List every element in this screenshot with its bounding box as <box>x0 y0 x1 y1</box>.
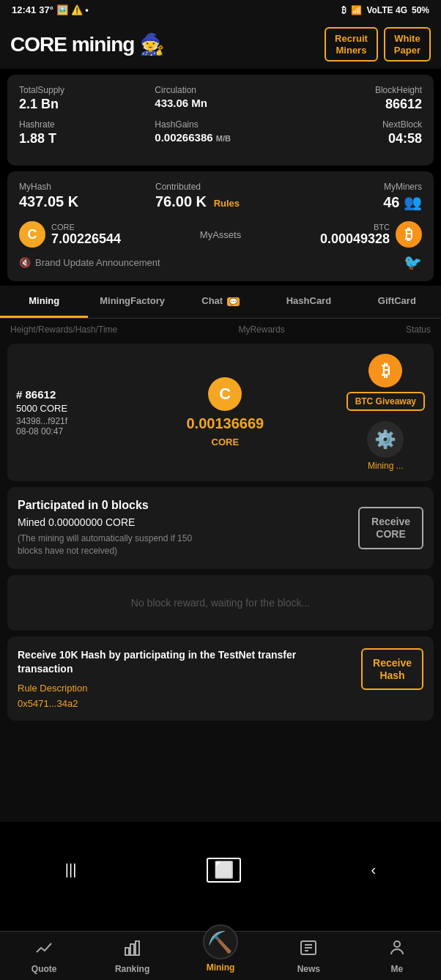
block-rewards: 5000 CORE <box>16 403 104 414</box>
logo-mining: mining <box>67 33 135 56</box>
column-headers: Height/Rewards/Hash/Time MyRewards Statu… <box>0 319 441 341</box>
hash-gains-value: 0.00266386 M/B <box>155 131 286 144</box>
nav-ranking[interactable]: Ranking <box>111 939 155 974</box>
core-asset-value: 7.00226544 <box>51 231 121 247</box>
tab-mining[interactable]: Mining <box>0 286 88 318</box>
block-height-label: BlockHeight <box>291 85 422 95</box>
btc-coin-icon: ₿ <box>396 221 422 248</box>
announcement-bar: 🔇 Brand Update Announcement 🐦 <box>19 248 422 271</box>
quote-icon <box>35 939 53 961</box>
col-header-center: MyRewards <box>238 324 284 335</box>
android-nav: ||| ⬜ ‹ <box>0 854 441 886</box>
mining-rewards-column: C 0.00136669 CORE <box>111 377 339 448</box>
chat-badge: 💬 <box>227 297 240 306</box>
svg-rect-2 <box>136 941 139 955</box>
next-block-value: 04:58 <box>291 131 422 146</box>
next-block-label: NextBlock <box>291 119 422 130</box>
svg-point-7 <box>394 941 400 947</box>
core-reward-icon: C <box>208 377 242 411</box>
testnet-address: 0x5471...34a2 <box>18 698 354 709</box>
quote-label: Quote <box>32 964 57 974</box>
twitter-icon[interactable]: 🐦 <box>404 253 422 271</box>
status-time: 12:41 <box>12 4 36 15</box>
participated-note: (The mining will automatically suspend i… <box>18 532 193 557</box>
speaker-icon: 🔇 <box>19 257 31 268</box>
testnet-info: Receive 10K Hash by participating in the… <box>18 648 354 709</box>
btc-asset-value: 0.00049328 <box>320 231 390 247</box>
stats-card: TotalSupply 2.1 Bn Circulation 433.06 Mn… <box>7 75 434 166</box>
mining-status-section: ⚙️ Mining ... <box>367 421 404 471</box>
circulation-stat: Circulation 433.06 Mn <box>155 85 286 112</box>
col-header-left: Height/Rewards/Hash/Time <box>10 324 117 335</box>
wifi-icon: 📶 <box>351 5 362 15</box>
block-height-stat: BlockHeight 86612 <box>291 85 422 112</box>
my-hash-label: MyHash <box>19 182 149 192</box>
status-right: ₿ 📶 VoLTE 4G 50% <box>341 5 429 15</box>
signal-icons: VoLTE 4G <box>366 5 407 15</box>
tab-mining-factory[interactable]: MiningFactory <box>88 286 176 318</box>
news-label: News <box>297 964 320 974</box>
mining-nav-icon: ⛏️ <box>203 924 238 959</box>
tab-hash-card[interactable]: HashCard <box>264 286 352 318</box>
status-temp: 37° <box>39 4 53 15</box>
tab-chat[interactable]: Chat 💬 <box>177 286 264 318</box>
my-miners-stat: MyMiners 46 👥 <box>292 182 422 211</box>
bottom-nav: Quote Ranking ⛏️ Mining News <box>0 931 441 980</box>
contributed-stat: Contributed 76.00 K Rules <box>155 182 286 211</box>
status-left: 12:41 37° 🖼️ ⚠️ • <box>12 4 89 15</box>
block-time: 08-08 00:47 <box>16 426 104 437</box>
svg-rect-1 <box>130 944 134 955</box>
nav-me[interactable]: Me <box>375 939 419 974</box>
assets-row: C CORE 7.00226544 MyAssets BTC 0.0004932… <box>19 221 422 248</box>
btc-asset: BTC 0.00049328 ₿ <box>320 221 422 248</box>
receive-core-button[interactable]: ReceiveCORE <box>358 507 423 549</box>
white-paper-button[interactable]: WhitePaper <box>384 27 431 62</box>
participated-title: Participated in 0 blocks <box>18 499 193 512</box>
block-height: # 86612 <box>16 388 104 401</box>
btc-giveaway-button[interactable]: BTC Giveaway <box>346 392 425 411</box>
circulation-label: Circulation <box>155 85 286 95</box>
nav-mining[interactable]: ⛏️ Mining <box>199 939 242 974</box>
svg-rect-0 <box>125 948 129 955</box>
battery: 50% <box>412 5 429 15</box>
contributed-label: Contributed <box>155 182 286 192</box>
contributed-value: 76.00 K Rules <box>155 193 286 210</box>
participated-info: Participated in 0 blocks Mined 0.0000000… <box>18 499 193 557</box>
testnet-section: Receive 10K Hash by participating in the… <box>7 636 434 721</box>
bottom-spacer <box>0 727 441 822</box>
app-logo: CORE mining 🧙 <box>10 32 164 56</box>
recruit-miners-button[interactable]: RecruitMiners <box>325 27 378 62</box>
testnet-title: Receive 10K Hash by participating in the… <box>18 648 354 677</box>
hashrate-stat: Hashrate 1.88 T <box>19 119 150 146</box>
nav-quote[interactable]: Quote <box>22 939 66 974</box>
android-back-btn[interactable]: ‹ <box>371 861 377 878</box>
total-supply-label: TotalSupply <box>19 85 150 95</box>
tab-gift-card[interactable]: GiftCard <box>353 286 441 318</box>
core-ticker: CORE <box>51 223 121 231</box>
rules-link[interactable]: Rules <box>214 198 240 209</box>
mining-block-row: # 86612 5000 CORE 34398...f921f 08-08 00… <box>7 344 434 481</box>
hash-gains-stat: HashGains 0.00266386 M/B <box>155 119 286 146</box>
tabs-bar: Mining MiningFactory Chat 💬 HashCard Gif… <box>0 286 441 319</box>
core-reward-label: CORE <box>212 437 240 448</box>
nav-news[interactable]: News <box>286 939 330 974</box>
testnet-rule-link[interactable]: Rule Description <box>18 683 354 694</box>
android-recent-btn[interactable]: ||| <box>65 861 77 878</box>
my-hash-stat: MyHash 437.05 K <box>19 182 149 211</box>
announcement-text: Brand Update Announcement <box>35 257 160 268</box>
hash-gains-label: HashGains <box>155 119 286 130</box>
block-height-value: 86612 <box>291 97 422 112</box>
mining-status-text: Mining ... <box>368 461 404 471</box>
participated-section: Participated in 0 blocks Mined 0.0000000… <box>7 487 434 569</box>
core-asset-info: CORE 7.00226544 <box>51 223 121 247</box>
mining-content: Height/Rewards/Hash/Time MyRewards Statu… <box>0 319 441 822</box>
mining-status-icon: ⚙️ <box>367 421 404 458</box>
btc-reward-icon: ₿ <box>368 354 402 387</box>
ranking-icon <box>124 939 141 961</box>
btc-asset-info: BTC 0.00049328 <box>320 223 390 247</box>
circulation-value: 433.06 Mn <box>155 97 286 109</box>
receive-hash-button[interactable]: ReceiveHash <box>361 648 423 691</box>
android-home-btn[interactable]: ⬜ <box>207 858 241 883</box>
next-block-stat: NextBlock 04:58 <box>291 119 422 146</box>
news-icon <box>300 939 317 961</box>
